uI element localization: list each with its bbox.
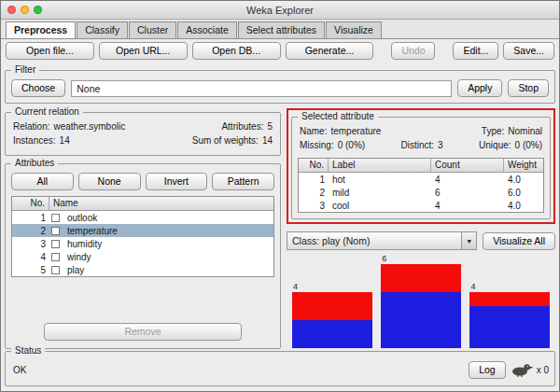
sum-of-weights-label: Sum of weights:	[192, 135, 259, 149]
label-count: 4	[431, 201, 504, 211]
class-combobox[interactable]: Class: play (Nom) ▼	[287, 231, 477, 250]
attribute-name: humidity	[63, 239, 273, 249]
label-name: mild	[329, 188, 431, 198]
row-number: 5	[12, 265, 49, 275]
chevron-down-icon[interactable]: ▼	[461, 232, 476, 249]
log-button[interactable]: Log	[469, 361, 506, 379]
tab-classify[interactable]: Classify	[77, 21, 128, 38]
class-combobox-value: Class: play (Nom)	[287, 235, 461, 246]
attribute-name: play	[63, 265, 273, 275]
none-button[interactable]: None	[78, 173, 141, 190]
attribute-row-temperature[interactable]: 2 temperature	[12, 224, 273, 237]
log-counter: x 0	[537, 365, 549, 375]
attribute-row-play[interactable]: 5 play	[12, 263, 273, 276]
undo-button: Undo	[391, 42, 435, 60]
attribute-name: windy	[63, 252, 273, 262]
label-row-hot[interactable]: 1 hot 4 4.0	[299, 173, 543, 186]
attribute-row-windy[interactable]: 4 windy	[12, 250, 273, 263]
tab-cluster[interactable]: Cluster	[129, 21, 176, 38]
unique-value: 0 (0%)	[515, 140, 542, 154]
attribute-checkbox[interactable]	[51, 266, 60, 274]
attribute-checkbox[interactable]	[51, 214, 60, 222]
histogram-bar-mild: 6	[381, 254, 461, 348]
unique-label: Unique:	[479, 140, 511, 154]
attribute-row-outlook[interactable]: 1 outlook	[12, 211, 273, 224]
weka-bird-icon: x 0	[511, 362, 549, 377]
filter-panel: Filter Choose None Apply Stop	[5, 70, 555, 104]
attribute-checkbox[interactable]	[51, 227, 60, 235]
column-header-count[interactable]: Count	[431, 159, 504, 172]
label-name: hot	[329, 175, 431, 185]
attributes-table: No. Name 1 outlook 2 temperature 3 humid…	[11, 196, 274, 277]
open-file-button[interactable]: Open file...	[6, 42, 94, 60]
tab-associate[interactable]: Associate	[177, 21, 237, 38]
all-button[interactable]: All	[11, 173, 74, 190]
instances-label: Instances:	[13, 135, 56, 149]
label-stats-table: No. Label Count Weight 1 hot 4 4.0 2 mil…	[298, 158, 544, 213]
toolbar: Open file... Open URL... Open DB... Gene…	[1, 39, 559, 63]
status-text: OK	[11, 365, 469, 375]
status-title: Status	[11, 345, 45, 356]
tab-preprocess[interactable]: Preprocess	[6, 21, 76, 38]
attr-name-label: Name:	[300, 126, 327, 140]
missing-label: Missing:	[300, 140, 334, 154]
invert-button[interactable]: Invert	[146, 173, 208, 190]
remove-button: Remove	[44, 323, 242, 341]
attribute-name: temperature	[63, 226, 273, 236]
label-no: 1	[299, 175, 329, 185]
histogram: 464	[287, 250, 555, 349]
stop-filter-button[interactable]: Stop	[508, 79, 549, 97]
tab-select-attributes[interactable]: Select attributes	[238, 21, 325, 38]
column-header-no[interactable]: No.	[299, 159, 329, 172]
open-db-button[interactable]: Open DB...	[192, 42, 281, 60]
edit-button[interactable]: Edit...	[453, 42, 498, 60]
pattern-button[interactable]: Pattern	[212, 173, 274, 190]
status-panel: Status OK Log x 0	[5, 351, 555, 386]
visualize-all-button[interactable]: Visualize All	[483, 232, 555, 250]
apply-filter-button[interactable]: Apply	[457, 79, 502, 97]
attr-type-label: Type:	[482, 126, 504, 140]
attribute-row-humidity[interactable]: 3 humidity	[12, 237, 273, 250]
tab-bar: Preprocess Classify Cluster Associate Se…	[1, 20, 559, 39]
label-weight: 4.0	[504, 175, 543, 185]
attributes-title: Attributes	[11, 158, 58, 168]
row-number: 3	[12, 239, 49, 249]
selected-attribute-panel: Selected attribute Name: temperature Typ…	[291, 117, 551, 219]
label-name: cool	[329, 201, 431, 211]
label-weight: 4.0	[504, 201, 543, 211]
generate-button[interactable]: Generate...	[286, 42, 374, 60]
column-header-label[interactable]: Label	[329, 159, 431, 172]
selected-attribute-title: Selected attribute	[298, 111, 378, 121]
relation-value: weather.symbolic	[53, 121, 125, 135]
attr-name-value: temperature	[330, 126, 381, 140]
label-count: 4	[431, 175, 504, 185]
bar-count-label: 4	[469, 282, 550, 291]
attr-type-value: Nominal	[508, 126, 542, 140]
sum-of-weights-value: 14	[262, 135, 273, 149]
column-header-weight[interactable]: Weight	[504, 159, 543, 172]
class-selector: Class: play (Nom) ▼ Visualize All	[287, 231, 555, 250]
row-number: 2	[12, 226, 49, 236]
current-relation-title: Current relation	[11, 106, 83, 117]
column-header-name[interactable]: Name	[49, 197, 273, 210]
bar-count-label: 4	[292, 282, 372, 291]
missing-value: 0 (0%)	[338, 140, 365, 154]
instances-value: 14	[60, 135, 70, 149]
column-header-no[interactable]: No.	[12, 197, 49, 210]
open-url-button[interactable]: Open URL...	[99, 42, 188, 60]
label-row-cool[interactable]: 3 cool 4 4.0	[299, 199, 543, 212]
label-weight: 6.0	[504, 188, 543, 198]
distinct-label: Distinct:	[401, 140, 435, 154]
row-number: 4	[12, 252, 49, 262]
histogram-bar-hot: 4	[292, 282, 372, 348]
filter-value-field[interactable]: None	[71, 80, 452, 97]
relation-label: Relation:	[13, 121, 49, 135]
choose-filter-button[interactable]: Choose	[11, 79, 65, 97]
tab-visualize[interactable]: Visualize	[326, 21, 382, 38]
attribute-checkbox[interactable]	[51, 253, 60, 261]
save-button[interactable]: Save...	[503, 42, 554, 60]
title-bar: Weka Explorer	[1, 1, 559, 20]
attribute-checkbox[interactable]	[51, 240, 60, 248]
attribute-name: outlook	[63, 213, 273, 223]
label-row-mild[interactable]: 2 mild 6 6.0	[299, 186, 543, 199]
